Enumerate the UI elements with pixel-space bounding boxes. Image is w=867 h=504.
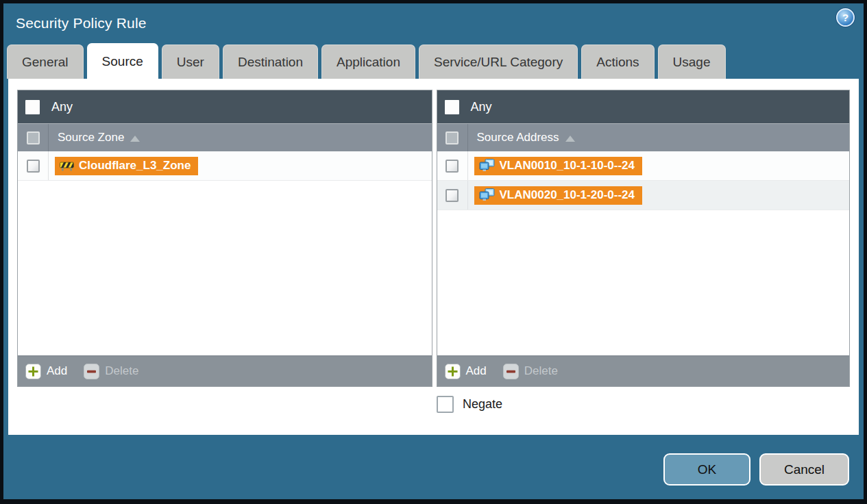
source-address-list: VLAN0010_10-1-10-0--24 — [437, 151, 850, 355]
negate-row: Negate — [437, 396, 859, 413]
negate-label: Negate — [463, 397, 502, 412]
source-zone-column-header: Source Zone — [18, 123, 432, 151]
tab-application[interactable]: Application — [321, 45, 415, 79]
tab-service-url-category[interactable]: Service/URL Category — [419, 45, 578, 79]
panels-container: Any Source Zone — [8, 79, 859, 387]
add-icon — [25, 364, 41, 379]
source-zone-delete-button[interactable]: Delete — [84, 364, 138, 379]
row-checkbox-cell — [18, 151, 49, 180]
source-zone-select-all-checkbox[interactable] — [27, 131, 40, 144]
source-address-delete-button[interactable]: Delete — [503, 364, 558, 379]
cancel-button[interactable]: Cancel — [759, 453, 849, 486]
source-zone-any-header: Any — [18, 90, 432, 123]
add-button-label: Add — [466, 364, 487, 378]
source-address-item-label: VLAN0010_10-1-10-0--24 — [500, 159, 635, 173]
source-address-item-label: VLAN0020_10-1-20-0--24 — [500, 188, 635, 202]
row-checkbox-cell — [437, 151, 468, 180]
source-zone-any-label: Any — [51, 100, 73, 114]
tab-general[interactable]: General — [7, 45, 84, 79]
source-address-any-header: Any — [437, 90, 850, 123]
security-policy-rule-dialog: Security Policy Rule ? General Source Us… — [3, 3, 864, 499]
source-address-row[interactable]: VLAN0020_10-1-20-0--24 — [437, 181, 850, 210]
tab-usage[interactable]: Usage — [658, 45, 726, 79]
source-address-add-button[interactable]: Add — [445, 364, 487, 379]
help-icon[interactable]: ? — [836, 8, 855, 27]
source-zone-any-checkbox[interactable] — [25, 100, 40, 114]
screen: Security Policy Rule ? General Source Us… — [0, 0, 867, 504]
source-tab-content: Any Source Zone — [8, 79, 859, 435]
source-address-footer: Add Delete — [437, 355, 850, 386]
source-zone-footer: Add Delete — [18, 355, 432, 386]
source-address-row[interactable]: VLAN0010_10-1-10-0--24 — [437, 151, 850, 181]
tab-destination[interactable]: Destination — [223, 45, 318, 79]
ok-button[interactable]: OK — [663, 453, 750, 486]
source-address-column-title-cell[interactable]: Source Address — [468, 124, 575, 151]
add-button-label: Add — [47, 364, 67, 378]
source-zone-item[interactable]: Cloudflare_L3_Zone — [55, 157, 198, 175]
source-address-header-checkbox-cell — [437, 124, 468, 151]
tab-source[interactable]: Source — [87, 43, 158, 79]
source-address-select-all-checkbox[interactable] — [445, 131, 459, 144]
source-zone-column-title: Source Zone — [58, 131, 124, 144]
source-address-panel: Any Source Address — [437, 90, 851, 387]
source-address-item[interactable]: VLAN0020_10-1-20-0--24 — [474, 186, 643, 205]
network-icon — [479, 159, 495, 172]
tab-user[interactable]: User — [162, 45, 219, 79]
source-zone-header-checkbox-cell — [18, 124, 49, 151]
source-address-any-checkbox[interactable] — [445, 100, 459, 114]
source-address-row-checkbox[interactable] — [445, 189, 459, 202]
source-address-row-checkbox[interactable] — [445, 160, 459, 173]
source-zone-row[interactable]: Cloudflare_L3_Zone — [18, 151, 432, 181]
add-icon — [445, 364, 461, 379]
network-icon — [479, 188, 495, 201]
dialog-titlebar: Security Policy Rule ? — [3, 3, 864, 43]
row-checkbox-cell — [437, 181, 468, 210]
source-address-column-title: Source Address — [477, 131, 559, 144]
zone-icon — [60, 160, 74, 171]
source-address-item[interactable]: VLAN0010_10-1-10-0--24 — [474, 157, 643, 175]
negate-checkbox[interactable] — [437, 396, 454, 413]
delete-icon — [503, 364, 519, 379]
dialog-bottom-bar: OK Cancel — [3, 435, 864, 499]
delete-button-label: Delete — [524, 364, 558, 378]
dialog-title: Security Policy Rule — [16, 15, 147, 32]
source-zone-list: Cloudflare_L3_Zone — [18, 151, 432, 355]
dialog-actions: OK Cancel — [663, 453, 849, 486]
tab-bar: General Source User Destination Applicat… — [3, 43, 864, 79]
source-zone-panel: Any Source Zone — [17, 90, 432, 387]
delete-button-label: Delete — [105, 364, 138, 378]
source-zone-item-label: Cloudflare_L3_Zone — [79, 159, 191, 173]
delete-icon — [84, 364, 99, 379]
source-zone-row-checkbox[interactable] — [27, 160, 40, 173]
tab-actions[interactable]: Actions — [581, 45, 654, 79]
source-zone-column-title-cell[interactable]: Source Zone — [49, 124, 140, 151]
source-address-any-label: Any — [471, 100, 492, 114]
sort-ascending-icon — [130, 136, 140, 142]
source-zone-add-button[interactable]: Add — [25, 364, 67, 379]
source-address-column-header: Source Address — [437, 123, 850, 151]
sort-ascending-icon — [565, 136, 575, 142]
